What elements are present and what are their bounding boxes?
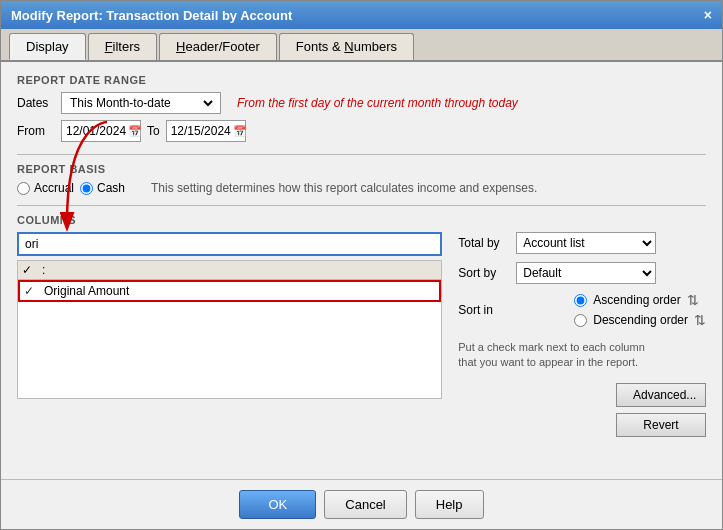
tabs-bar: Display Filters Header/Footer Fonts & Nu… — [1, 29, 722, 62]
ascending-icon: ⇅ — [687, 292, 699, 308]
to-date-field[interactable] — [171, 124, 231, 138]
ascending-radio-input[interactable] — [574, 294, 587, 307]
to-label: To — [147, 124, 160, 138]
tab-display[interactable]: Display — [9, 33, 86, 60]
from-label: From — [17, 124, 55, 138]
dialog-title: Modify Report: Transaction Detail by Acc… — [11, 8, 292, 23]
from-date-field[interactable] — [66, 124, 126, 138]
total-by-row: Total by Account list — [458, 232, 706, 254]
to-date-input[interactable]: 📅 — [166, 120, 246, 142]
close-button[interactable]: × — [704, 7, 712, 23]
accrual-radio-input[interactable] — [17, 182, 30, 195]
sort-in-group: Ascending order ⇅ Descending order ⇅ — [574, 292, 706, 328]
descending-icon: ⇅ — [694, 312, 706, 328]
total-by-label: Total by — [458, 236, 508, 250]
revert-button[interactable]: Revert — [616, 413, 706, 437]
tab-fonts-numbers-label: Fonts & Numbers — [296, 39, 397, 54]
sort-by-label: Sort by — [458, 266, 508, 280]
sort-in-label: Sort in — [458, 303, 508, 317]
name-header: : — [42, 263, 437, 277]
columns-header: ✓ : — [17, 260, 442, 279]
columns-left: ✓ : ✓ Original Amount — [17, 232, 442, 399]
check-mark: ✓ — [24, 284, 44, 298]
ascending-label: Ascending order — [593, 293, 680, 307]
descending-radio-input[interactable] — [574, 314, 587, 327]
sort-by-row: Sort by Default — [458, 262, 706, 284]
columns-label: COLUMNS — [17, 214, 706, 226]
ascending-radio[interactable]: Ascending order ⇅ — [574, 292, 706, 308]
basis-row: Accrual Cash This setting determines how… — [17, 181, 706, 195]
from-date-input[interactable]: 📅 — [61, 120, 141, 142]
accrual-radio[interactable]: Accrual — [17, 181, 74, 195]
tab-filters[interactable]: Filters — [88, 33, 157, 60]
report-basis-label: REPORT BASIS — [17, 163, 706, 175]
column-item-original-amount[interactable]: ✓ Original Amount — [18, 280, 441, 302]
title-bar: Modify Report: Transaction Detail by Acc… — [1, 1, 722, 29]
report-basis: REPORT BASIS Accrual Cash This setting d… — [17, 163, 706, 195]
total-by-select[interactable]: Account list — [516, 232, 656, 254]
dates-label: Dates — [17, 96, 55, 110]
cash-label: Cash — [97, 181, 125, 195]
to-calendar-icon[interactable]: 📅 — [233, 125, 247, 138]
from-calendar-icon[interactable]: 📅 — [128, 125, 142, 138]
descending-radio[interactable]: Descending order ⇅ — [574, 312, 706, 328]
tab-fonts-numbers[interactable]: Fonts & Numbers — [279, 33, 414, 60]
cancel-button[interactable]: Cancel — [324, 490, 406, 519]
bottom-buttons: OK Cancel Help — [1, 479, 722, 529]
advanced-button[interactable]: Advanced... — [616, 383, 706, 407]
tab-header-footer-label: Header/Footer — [176, 39, 260, 54]
dates-row: Dates This Month-to-date From the first … — [17, 92, 706, 114]
date-range-label: REPORT DATE RANGE — [17, 74, 706, 86]
columns-list: ✓ Original Amount — [17, 279, 442, 399]
check-header: ✓ — [22, 263, 42, 277]
columns-layout: ✓ : ✓ Original Amount Total by — [17, 232, 706, 437]
columns-search-input[interactable] — [17, 232, 442, 256]
check-note: Put a check mark next to each column tha… — [458, 340, 658, 371]
main-content: REPORT DATE RANGE Dates This Month-to-da… — [1, 62, 722, 479]
columns-right-buttons: Advanced... Revert — [458, 383, 706, 437]
dialog: Modify Report: Transaction Detail by Acc… — [0, 0, 723, 530]
basis-info: This setting determines how this report … — [151, 181, 537, 195]
column-name: Original Amount — [44, 284, 435, 298]
cash-radio[interactable]: Cash — [80, 181, 125, 195]
accrual-label: Accrual — [34, 181, 74, 195]
from-to-row: From 📅 To 📅 — [17, 120, 706, 142]
descending-label: Descending order — [593, 313, 688, 327]
help-button[interactable]: Help — [415, 490, 484, 519]
date-select[interactable]: This Month-to-date — [66, 95, 216, 111]
columns-section: COLUMNS ✓ — [17, 214, 706, 437]
report-date-range: REPORT DATE RANGE Dates This Month-to-da… — [17, 74, 706, 142]
cash-radio-input[interactable] — [80, 182, 93, 195]
columns-right: Total by Account list Sort by Default So… — [458, 232, 706, 437]
sort-in-row: Sort in Ascending order ⇅ Descending ord… — [458, 292, 706, 328]
sort-by-select[interactable]: Default — [516, 262, 656, 284]
date-dropdown[interactable]: This Month-to-date — [61, 92, 221, 114]
date-info: From the first day of the current month … — [237, 96, 518, 110]
tab-header-footer[interactable]: Header/Footer — [159, 33, 277, 60]
tab-filters-label: Filters — [105, 39, 140, 54]
ok-button[interactable]: OK — [239, 490, 316, 519]
